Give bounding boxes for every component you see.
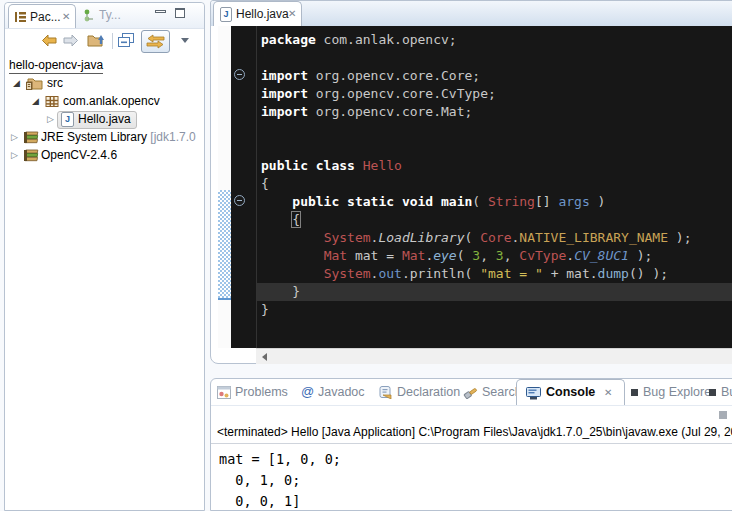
editor-panel: J Hello.java ✕ package com.anlak.opencv;… <box>210 0 732 364</box>
code-line[interactable]: public class Hello <box>261 157 692 175</box>
tab-problems[interactable]: Problems <box>217 379 288 405</box>
library-icon <box>22 149 40 162</box>
horizontal-scrollbar[interactable] <box>256 348 732 364</box>
editor-tabbar: J Hello.java ✕ <box>211 1 732 27</box>
code-area[interactable]: package com.anlak.opencv; import org.ope… <box>231 26 732 348</box>
console-tab-label: Javadoc <box>318 385 365 399</box>
source-folder-icon <box>26 77 43 90</box>
console-tab-label: Console <box>546 385 595 399</box>
console-output-line: mat = [1, 0, 0; <box>219 449 341 470</box>
package-explorer-panel: Pac... ✕ Ty... hello <box>4 2 205 511</box>
code-line[interactable]: { <box>261 211 692 229</box>
code-line[interactable]: import org.opencv.core.Core; <box>261 67 692 85</box>
console-tab-label: Declaration <box>397 385 460 399</box>
jre-version-detail: [jdk1.7.0 <box>150 130 195 144</box>
close-icon[interactable]: ✕ <box>288 8 296 19</box>
tab-hello-java[interactable]: J Hello.java ✕ <box>213 1 302 26</box>
close-icon[interactable]: ✕ <box>604 387 612 398</box>
view-menu-icon[interactable] <box>181 38 189 43</box>
console-status-line: <terminated> Hello [Java Application] C:… <box>211 425 732 444</box>
code-line[interactable]: System.LoadLibrary( Core.NATIVE_LIBRARY_… <box>261 229 692 247</box>
console-tab-label: Bug Explorer <box>643 385 715 399</box>
back-arrow-icon[interactable] <box>41 34 57 47</box>
forward-arrow-icon[interactable] <box>63 34 79 47</box>
tree-item-label: Hello.java <box>78 111 131 128</box>
code-line[interactable] <box>261 121 692 139</box>
editor-content: package com.anlak.opencv; import org.ope… <box>211 26 732 348</box>
code-line[interactable]: package com.anlak.opencv; <box>261 31 692 49</box>
console-output[interactable]: mat = [1, 0, 0; 0, 1, 0; 0, 0, 1] <box>219 449 341 511</box>
code-line[interactable]: } <box>261 301 692 319</box>
fold-collapse-icon[interactable] <box>234 69 245 80</box>
code-line[interactable]: { <box>261 175 692 193</box>
project-tree: hello-opencv-java ◢ src ◢ com.anlak.open… <box>5 55 204 510</box>
bug-explorer-icon <box>631 389 638 396</box>
console-tab-label: Bug <box>721 385 732 399</box>
code-line[interactable]: import org.opencv.core.Mat; <box>261 103 692 121</box>
terminate-icon[interactable] <box>719 411 727 419</box>
package-icon <box>45 95 59 108</box>
sidebar-tabbar: Pac... ✕ Ty... <box>5 3 204 29</box>
java-file-icon: J <box>220 7 232 22</box>
maximize-icon[interactable] <box>175 8 185 18</box>
tab-console[interactable]: Console ✕ <box>516 379 625 405</box>
tree-item-label: src <box>47 75 63 92</box>
console-panel: Problems @ Javadoc Declaration Search Co… <box>210 378 732 511</box>
code-line[interactable]: } <box>261 283 692 301</box>
toolbar-separator <box>112 33 113 49</box>
java-file-icon: J <box>61 112 74 127</box>
project-label: hello-opencv-java <box>9 58 103 74</box>
tab-javadoc[interactable]: @ Javadoc <box>301 379 365 405</box>
close-icon[interactable]: ✕ <box>62 11 70 22</box>
type-hierarchy-icon <box>83 9 95 22</box>
bug-icon <box>709 389 716 396</box>
method-range-indicator <box>218 190 231 300</box>
expanded-arrow-icon[interactable]: ◢ <box>13 75 20 92</box>
code-line[interactable] <box>261 49 692 67</box>
javadoc-at-icon: @ <box>301 379 314 405</box>
tab-label: Ty... <box>99 8 121 22</box>
collapsed-arrow-icon[interactable]: ▷ <box>47 111 54 128</box>
expanded-arrow-icon[interactable]: ◢ <box>32 93 39 110</box>
search-icon <box>463 386 478 399</box>
tab-declaration[interactable]: Declaration <box>379 379 460 405</box>
tab-package-explorer[interactable]: Pac... ✕ <box>8 4 76 28</box>
tab-bug-explorer[interactable]: Bug Explorer <box>631 379 715 405</box>
scroll-left-icon[interactable] <box>262 353 267 361</box>
go-into-folder-icon[interactable] <box>87 32 105 48</box>
code-lines: package com.anlak.opencv; import org.ope… <box>261 31 692 319</box>
sidebar-toolbar <box>5 29 204 53</box>
code-line[interactable]: public static void main( String[] args ) <box>261 193 692 211</box>
tree-item-project[interactable]: hello-opencv-java <box>9 57 103 74</box>
code-line[interactable]: import org.opencv.core.CvType; <box>261 85 692 103</box>
declaration-icon <box>379 386 393 399</box>
package-explorer-icon <box>14 11 27 23</box>
tree-item-label: OpenCV-2.4.6 <box>41 147 117 164</box>
tab-bug[interactable]: Bug <box>709 379 732 405</box>
link-with-editor-icon[interactable] <box>141 30 170 53</box>
tab-label: Pac... <box>30 10 61 24</box>
collapsed-arrow-icon[interactable]: ▷ <box>11 147 18 164</box>
console-tab-label: Problems <box>235 385 288 399</box>
problems-icon <box>217 386 231 399</box>
fold-collapse-icon[interactable] <box>234 195 245 206</box>
console-output-line: 0, 0, 1] <box>219 491 341 511</box>
code-line[interactable]: System.out.println( "mat = " + mat.dump(… <box>261 265 692 283</box>
tab-search[interactable]: Search <box>463 379 522 405</box>
code-line[interactable] <box>261 139 692 157</box>
library-icon <box>22 131 40 144</box>
minimize-icon[interactable] <box>155 10 166 13</box>
console-tabbar: Problems @ Javadoc Declaration Search Co… <box>211 379 732 406</box>
code-line[interactable]: Mat mat = Mat.eye( 3, 3, CvType.CV_8UC1 … <box>261 247 692 265</box>
tree-item-label: JRE System Library [jdk1.7.0 <box>41 129 196 146</box>
console-icon <box>526 387 541 400</box>
console-output-line: 0, 1, 0; <box>219 470 341 491</box>
collapsed-arrow-icon[interactable]: ▷ <box>11 129 18 146</box>
tree-item-label: com.anlak.opencv <box>63 93 160 110</box>
editor-tab-label: Hello.java <box>236 7 289 21</box>
collapse-all-icon[interactable] <box>118 33 134 48</box>
